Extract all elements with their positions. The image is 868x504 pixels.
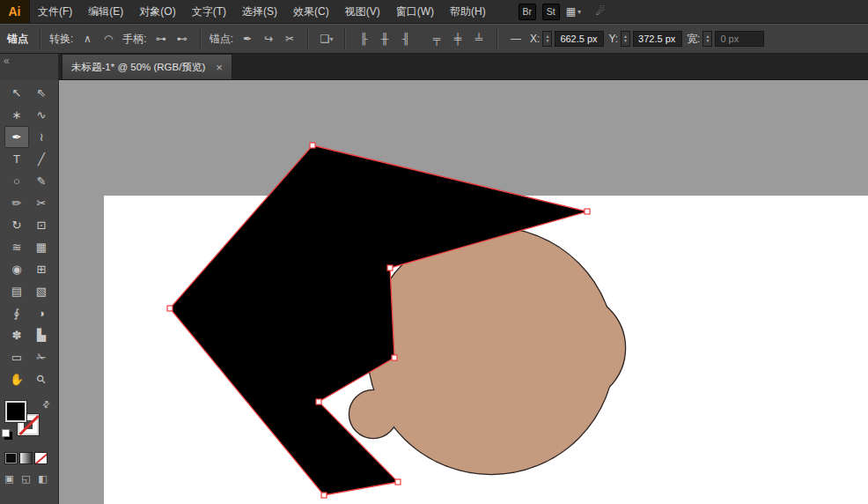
menu-item-3[interactable]: 对象(O)	[131, 0, 183, 23]
menu-bar: Ai 文件(F)编辑(E)对象(O)文字(T)选择(S)效果(C)视图(V)窗口…	[0, 0, 868, 24]
cut-path-icon[interactable]: ✂	[280, 29, 299, 48]
anchor-point[interactable]	[316, 399, 321, 404]
swap-fill-stroke-icon[interactable]: ⇄	[40, 398, 52, 411]
document-tab[interactable]: 未标题-1* @ 50% (RGB/预览) ×	[62, 54, 232, 79]
convert-to-smooth-icon[interactable]: ◠	[99, 29, 118, 48]
lasso-tool[interactable]: ∿	[29, 104, 54, 126]
remove-anchor-icon[interactable]: ✒	[238, 29, 257, 48]
menu-item-7[interactable]: 视图(V)	[337, 0, 388, 23]
tool-panel-header: «	[0, 54, 59, 80]
column-graph-tool[interactable]: ▙	[29, 324, 54, 346]
perspective-grid-tool[interactable]: ⊞	[29, 258, 54, 280]
magic-wand-tool[interactable]: ∗	[4, 104, 29, 126]
collapse-panel-icon[interactable]: «	[4, 55, 10, 67]
gradient-tool[interactable]: ▧	[29, 280, 54, 302]
free-transform-tool[interactable]: ▦	[29, 236, 54, 258]
x-input[interactable]: 662.5 px	[555, 31, 604, 47]
draw-behind-button[interactable]: ◱	[19, 473, 33, 485]
convert-to-corner-icon[interactable]: ∧	[77, 29, 97, 48]
reference-point-icon[interactable]: —	[506, 29, 526, 48]
artboard-tool[interactable]: ▭	[4, 346, 29, 368]
hide-handles-icon[interactable]: ⊷	[173, 29, 192, 48]
column-graph-icon: ▙	[37, 329, 46, 342]
direct-selection-tool[interactable]: ⇖	[29, 82, 54, 104]
isolate-object-button[interactable]: ❑ ▾	[317, 29, 336, 48]
y-input[interactable]: 372.5 px	[633, 31, 682, 47]
canvas-area[interactable]	[59, 80, 868, 504]
menu-item-9[interactable]: 帮助(H)	[442, 0, 494, 23]
artwork-canvas[interactable]	[59, 80, 868, 504]
shape-builder-tool[interactable]: ◉	[4, 258, 29, 280]
document-tab-bar: 未标题-1* @ 50% (RGB/预览) ×	[59, 54, 868, 80]
type-tool[interactable]: T	[4, 148, 29, 170]
anchor-point[interactable]	[310, 143, 315, 148]
align-center-icon[interactable]: ╫	[375, 29, 394, 48]
document-tab-title: 未标题-1* @ 50% (RGB/预览)	[71, 61, 205, 74]
pencil-tool[interactable]: ✏	[4, 192, 29, 214]
mesh-icon: ▤	[11, 285, 22, 298]
x-stepper[interactable]: ▲ ▼	[542, 31, 552, 47]
none-button[interactable]	[34, 452, 48, 464]
width-stepper[interactable]: ▲ ▼	[702, 31, 712, 47]
stock-button[interactable]: St	[542, 4, 560, 20]
color-button[interactable]	[4, 452, 18, 464]
anchor-point[interactable]	[585, 209, 590, 214]
default-fill-stroke-icon[interactable]	[2, 429, 10, 437]
gradient-button[interactable]	[19, 452, 33, 464]
connect-path-icon[interactable]: ↪	[259, 29, 278, 48]
width-input[interactable]: 0 px	[715, 31, 764, 47]
scissors-tool[interactable]: ✂	[29, 192, 54, 214]
arrange-documents-button[interactable]: ▦ ▾	[566, 5, 581, 18]
menu-item-4[interactable]: 文字(T)	[184, 0, 234, 23]
share-icon[interactable]: ☄	[596, 5, 606, 18]
curvature-tool[interactable]: ≀	[29, 126, 54, 148]
align-bottom-icon[interactable]: ╧	[469, 29, 489, 48]
zoom-tool[interactable]: ⚲	[29, 368, 54, 390]
width-field-group: 宽: ▲ ▼ 0 px	[687, 31, 764, 47]
bridge-button[interactable]: Br	[519, 4, 536, 20]
anchor-point[interactable]	[395, 479, 401, 485]
menu-item-1[interactable]: 文件(F)	[30, 0, 80, 23]
menu-items: 文件(F)编辑(E)对象(O)文字(T)选择(S)效果(C)视图(V)窗口(W)…	[30, 0, 494, 23]
selection-tool[interactable]: ↖	[4, 82, 29, 104]
align-middle-icon[interactable]: ╪	[448, 29, 467, 48]
mesh-tool[interactable]: ▤	[4, 280, 29, 302]
head-shape[interactable]	[516, 293, 625, 403]
menu-item-5[interactable]: 选择(S)	[234, 0, 285, 23]
head-shape[interactable]	[349, 390, 397, 438]
width-tool[interactable]: ≋	[4, 236, 29, 258]
anchor-point[interactable]	[392, 355, 397, 360]
hand-tool[interactable]: ✋	[4, 368, 29, 390]
x-label: X:	[530, 33, 540, 45]
fill-color-swatch[interactable]	[5, 401, 26, 422]
tab-close-icon[interactable]: ×	[216, 61, 223, 74]
align-left-icon[interactable]: ╟	[354, 29, 373, 48]
draw-normal-button[interactable]: ▣	[3, 473, 16, 485]
screen-mode-button[interactable]: ◧	[36, 473, 49, 485]
width-icon: ≋	[12, 241, 22, 254]
line-segment-icon: ╱	[38, 152, 45, 166]
anchor-label: 锚点:	[210, 32, 233, 47]
align-right-icon[interactable]: ╢	[396, 29, 416, 48]
anchor-point[interactable]	[167, 306, 173, 311]
slice-icon: ✁	[37, 351, 47, 364]
align-top-icon[interactable]: ╤	[427, 29, 446, 48]
pen-tool[interactable]: ✒	[4, 126, 29, 148]
paintbrush-tool[interactable]: ✎	[29, 170, 54, 192]
eyedropper-tool[interactable]: ∮	[4, 302, 29, 324]
show-handles-icon[interactable]: ⊶	[151, 29, 171, 48]
anchor-point[interactable]	[321, 493, 327, 498]
y-stepper[interactable]: ▲ ▼	[621, 31, 630, 47]
scale-tool[interactable]: ⊡	[29, 214, 54, 236]
stepper-down-icon: ▼	[545, 39, 549, 43]
menu-item-2[interactable]: 编辑(E)	[80, 0, 131, 23]
symbol-sprayer-tool[interactable]: ✽	[4, 324, 29, 346]
ellipse-tool[interactable]: ○	[4, 170, 29, 192]
menu-item-8[interactable]: 窗口(W)	[388, 0, 442, 23]
rotate-tool[interactable]: ↻	[4, 214, 29, 236]
blend-tool[interactable]: ◑	[29, 302, 54, 324]
slice-tool[interactable]: ✁	[29, 346, 54, 368]
anchor-point[interactable]	[387, 265, 393, 271]
line-segment-tool[interactable]: ╱	[29, 148, 54, 170]
menu-item-6[interactable]: 效果(C)	[285, 0, 337, 23]
